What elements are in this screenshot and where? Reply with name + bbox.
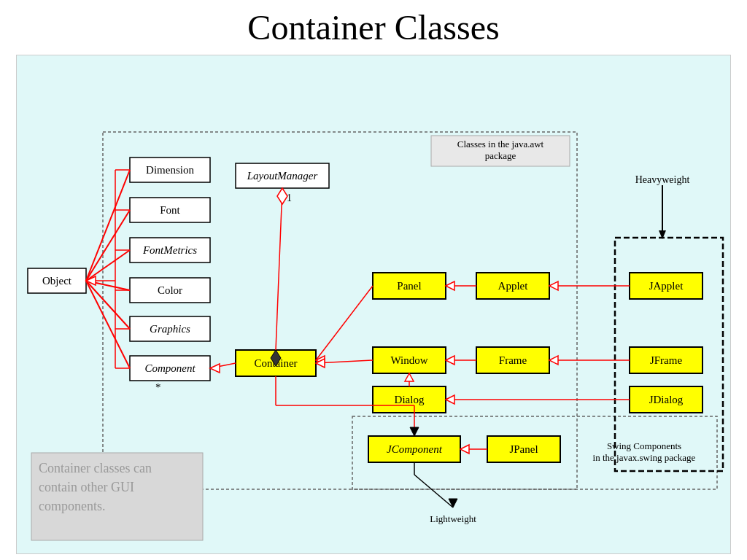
- svg-rect-25: [236, 163, 329, 188]
- svg-rect-31: [373, 347, 446, 373]
- svg-rect-33: [373, 386, 446, 413]
- page: Container Classes Classes in the java.aw…: [0, 0, 747, 560]
- svg-rect-41: [630, 347, 703, 373]
- svg-text:FontMetrics: FontMetrics: [142, 244, 197, 256]
- svg-marker-87: [460, 445, 469, 454]
- svg-text:Graphics: Graphics: [150, 323, 190, 335]
- svg-line-70: [316, 286, 373, 360]
- svg-text:Heavyweight: Heavyweight: [635, 174, 690, 185]
- svg-line-49: [86, 170, 130, 281]
- svg-marker-83: [549, 356, 558, 365]
- svg-text:Container classes can: Container classes can: [39, 461, 152, 475]
- svg-text:JFrame: JFrame: [650, 354, 683, 366]
- svg-rect-11: [28, 268, 86, 293]
- svg-text:JComponent: JComponent: [387, 443, 443, 455]
- svg-text:JPanel: JPanel: [509, 443, 538, 455]
- svg-rect-17: [130, 238, 210, 262]
- svg-text:JDialog: JDialog: [649, 394, 684, 405]
- svg-rect-43: [630, 386, 703, 413]
- svg-text:Component: Component: [144, 362, 196, 374]
- svg-rect-37: [476, 347, 549, 373]
- svg-text:Color: Color: [158, 284, 182, 296]
- svg-marker-57: [86, 276, 96, 285]
- svg-line-66: [276, 188, 282, 350]
- svg-text:Panel: Panel: [397, 280, 421, 292]
- svg-marker-65: [210, 364, 220, 373]
- svg-text:Dialog: Dialog: [395, 394, 425, 405]
- diagram-svg: Classes in the java.awt package Swing Co…: [17, 55, 730, 553]
- svg-rect-7: [615, 238, 723, 471]
- svg-marker-69: [277, 188, 287, 204]
- svg-text:1: 1: [287, 192, 292, 203]
- svg-rect-4: [352, 416, 717, 489]
- svg-marker-81: [446, 356, 454, 365]
- svg-text:LayoutManager: LayoutManager: [247, 170, 318, 182]
- svg-marker-67: [271, 350, 281, 366]
- svg-rect-0: [103, 132, 577, 489]
- svg-rect-13: [130, 158, 210, 182]
- svg-rect-27: [236, 350, 316, 376]
- svg-text:in the javax.swing package: in the javax.swing package: [593, 452, 696, 463]
- svg-line-94: [414, 475, 453, 508]
- svg-rect-23: [130, 356, 210, 381]
- svg-line-52: [86, 281, 130, 290]
- svg-rect-29: [373, 273, 446, 299]
- svg-line-53: [86, 281, 130, 329]
- svg-text:Dimension: Dimension: [146, 164, 194, 176]
- svg-text:Applet: Applet: [498, 280, 529, 292]
- svg-text:contain other GUI: contain other GUI: [39, 480, 134, 494]
- svg-marker-77: [446, 281, 454, 290]
- svg-rect-97: [31, 453, 203, 540]
- svg-text:Frame: Frame: [499, 354, 527, 366]
- svg-text:Container: Container: [254, 357, 297, 369]
- svg-rect-1: [431, 136, 570, 166]
- svg-text:Font: Font: [160, 204, 180, 216]
- svg-marker-10: [659, 230, 666, 239]
- svg-text:Window: Window: [390, 354, 427, 366]
- page-title: Container Classes: [247, 7, 499, 47]
- svg-marker-95: [449, 499, 457, 508]
- svg-text:JApplet: JApplet: [649, 280, 684, 292]
- svg-line-64: [210, 363, 236, 368]
- svg-rect-39: [630, 273, 703, 299]
- svg-marker-75: [405, 373, 414, 381]
- svg-line-50: [86, 210, 130, 281]
- svg-marker-91: [410, 427, 419, 436]
- svg-text:*: *: [155, 381, 161, 393]
- svg-rect-21: [130, 316, 210, 341]
- svg-rect-19: [130, 278, 210, 303]
- svg-text:Swing Components: Swing Components: [607, 440, 681, 451]
- diagram-area: Classes in the java.awt package Swing Co…: [16, 55, 731, 554]
- svg-text:Classes in the java.awt: Classes in the java.awt: [457, 139, 544, 149]
- svg-marker-71: [316, 356, 325, 365]
- svg-rect-45: [368, 436, 460, 462]
- svg-marker-85: [446, 395, 454, 404]
- svg-line-72: [316, 360, 373, 363]
- svg-marker-79: [549, 281, 558, 290]
- svg-text:Object: Object: [42, 275, 72, 287]
- svg-line-51: [86, 250, 130, 281]
- svg-rect-47: [487, 436, 560, 462]
- svg-rect-15: [130, 198, 210, 222]
- svg-rect-35: [476, 273, 549, 299]
- svg-text:package: package: [485, 150, 516, 161]
- svg-text:components.: components.: [39, 499, 106, 513]
- svg-marker-73: [316, 359, 325, 368]
- svg-line-54: [86, 281, 130, 368]
- svg-text:Lightweight: Lightweight: [430, 513, 476, 524]
